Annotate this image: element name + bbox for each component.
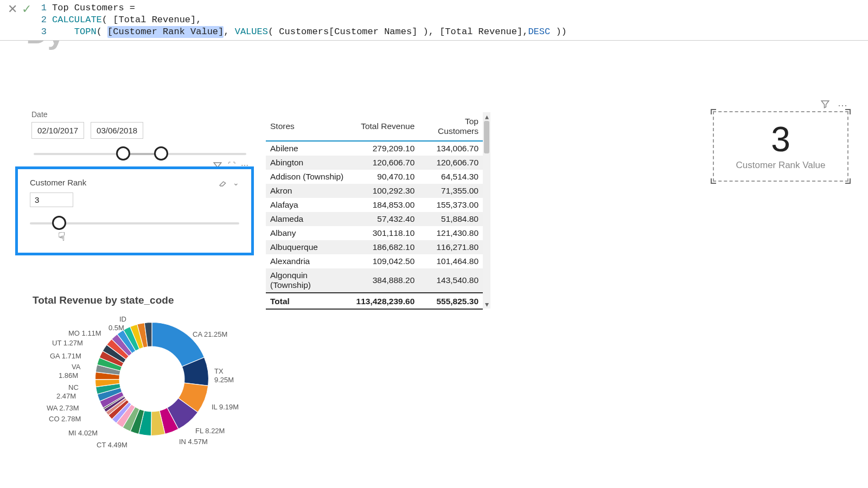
visual-header: ⋯ (820, 99, 847, 111)
stores-table[interactable]: Stores Total Revenue Top Customers Abile… (266, 112, 483, 310)
rank-slider-handle[interactable] (52, 216, 66, 230)
table-row[interactable]: Albuquerque186,682.10116,271.80 (266, 240, 483, 254)
commit-formula-icon[interactable]: ✓ (22, 2, 31, 16)
formula-editor[interactable]: 1Top Customers = 2CALCULATE( [Total Reve… (37, 2, 567, 38)
table-row[interactable]: Addison (Township)90,470.1064,514.30 (266, 170, 483, 184)
table-row[interactable]: Alafaya184,853.00155,373.00 (266, 198, 483, 212)
date-slicer[interactable]: Date 02/10/2017 03/06/2018 ⛶ ⋯ (31, 110, 248, 163)
slider-handle-left[interactable] (116, 146, 130, 160)
total-top-customers: 555,825.30 (419, 293, 483, 309)
lbl-wa: WA 2.73M (47, 404, 79, 413)
date-from-input[interactable]: 02/10/2017 (31, 122, 84, 139)
table-scrollbar[interactable]: ▴ ▾ (483, 112, 490, 309)
lbl-id: ID (119, 315, 126, 324)
formula-bar[interactable]: ✕ ✓ 1Top Customers = 2CALCULATE( [Total … (0, 0, 868, 41)
lbl-nc2: 2.47M (56, 392, 76, 401)
lbl-id2: 0.5M (108, 324, 124, 332)
lbl-ca: CA 21.25M (193, 330, 227, 339)
lbl-mi: MI 4.02M (68, 429, 98, 438)
table-row[interactable]: Algonquin (Township)384,888.20143,540.80 (266, 268, 483, 293)
cursor-hand-icon: ☟ (58, 230, 65, 244)
lbl-va: VA (72, 363, 80, 371)
table-row[interactable]: Alexandria109,042.50101,464.80 (266, 254, 483, 268)
table-row[interactable]: Akron100,292.3071,355.00 (266, 184, 483, 198)
date-to-input[interactable]: 03/06/2018 (91, 122, 143, 139)
filter-icon[interactable] (820, 99, 830, 109)
lbl-il: IL 9.19M (212, 403, 239, 412)
table-row[interactable]: Alameda57,432.4051,884.80 (266, 212, 483, 226)
date-range-slider[interactable] (34, 146, 246, 163)
lbl-mo: MO 1.11M (68, 329, 101, 338)
lbl-tx2: 9.25M (214, 376, 234, 384)
date-slicer-title: Date (31, 110, 248, 119)
customer-rank-card[interactable]: 3 Customer Rank Value (713, 111, 848, 182)
lbl-ut: UT 1.27M (52, 339, 83, 348)
lbl-ga: GA 1.71M (50, 352, 81, 361)
table-row[interactable]: Abington120,606.70120,606.70 (266, 156, 483, 170)
chevron-down-icon[interactable]: ⌄ (233, 178, 239, 187)
lbl-nc: NC (68, 383, 79, 392)
cancel-formula-icon[interactable]: ✕ (8, 2, 17, 16)
lbl-fl: FL 8.22M (195, 427, 225, 435)
scroll-down-icon[interactable]: ▾ (485, 300, 489, 309)
rank-value-input[interactable]: 3 (30, 192, 73, 207)
col-total-revenue[interactable]: Total Revenue (352, 112, 419, 141)
card-label: Customer Rank Value (736, 160, 825, 171)
donut-title: Total Revenue by state_code (33, 294, 260, 306)
slider-handle-right[interactable] (154, 146, 168, 160)
donut-chart[interactable]: Total Revenue by state_code CA 21.25M TX… (33, 294, 260, 466)
lbl-tx: TX (214, 367, 224, 376)
rank-slider[interactable]: ☟ (30, 217, 239, 233)
scroll-up-icon[interactable]: ▴ (485, 112, 489, 121)
lbl-va2: 1.86M (59, 371, 78, 380)
total-revenue: 113,428,239.60 (352, 293, 419, 309)
col-stores[interactable]: Stores (266, 112, 352, 141)
customer-rank-slicer[interactable]: Customer Rank ⌄ 3 ☟ (15, 166, 254, 255)
lbl-co: CO 2.78M (49, 415, 81, 423)
total-label: Total (266, 293, 352, 309)
table-row[interactable]: Albany301,118.10121,430.80 (266, 226, 483, 240)
table-row[interactable]: Abilene279,209.10134,006.70 (266, 141, 483, 156)
eraser-icon[interactable] (219, 178, 227, 187)
lbl-ct: CT 4.49M (97, 441, 127, 450)
lbl-in: IN 4.57M (179, 438, 208, 446)
scrollbar-thumb[interactable] (484, 121, 489, 153)
col-top-customers[interactable]: Top Customers (419, 112, 483, 141)
rank-slicer-title: Customer Rank (30, 178, 86, 187)
card-value: 3 (771, 122, 790, 157)
svg-point-0 (119, 346, 185, 412)
